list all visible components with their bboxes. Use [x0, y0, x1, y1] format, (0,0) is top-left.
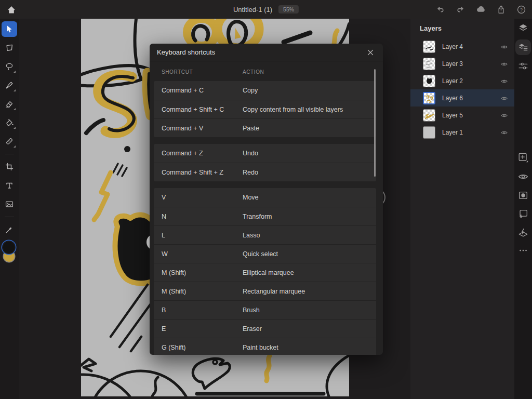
layers-panel: Layers Layer 4Layer 3Layer 2Layer 6Layer…	[410, 19, 514, 399]
layer-thumbnail[interactable]	[423, 41, 435, 53]
tool-eyedropper-button[interactable]	[2, 222, 17, 237]
cloud-sync-button[interactable]	[475, 4, 486, 15]
shortcut-row: Command + CCopy	[154, 81, 376, 100]
topbar: Untitled-1 (1) 55% ?	[0, 0, 532, 19]
help-icon: ?	[516, 5, 526, 15]
rail-adjustments-button[interactable]	[517, 60, 529, 72]
layer-row[interactable]: Layer 2	[410, 72, 514, 89]
shortcut-key: Command + Shift + Z	[162, 169, 243, 176]
shortcut-key: B	[162, 307, 243, 314]
tool-fill-button[interactable]	[2, 115, 17, 130]
rail-more-options-button[interactable]	[517, 244, 529, 257]
shortcut-group: VMoveNTransformLLassoWQuick selectM (Shi…	[154, 188, 376, 355]
layer-name: Layer 4	[442, 43, 463, 50]
layer-thumbnail[interactable]	[423, 58, 435, 70]
shortcuts-modal: Keyboard shortcuts SHORTCUT ACTION Comma…	[150, 44, 383, 355]
layer-thumbnail[interactable]	[423, 92, 435, 104]
transform-tool-icon	[5, 43, 14, 52]
shortcut-action: Undo	[243, 150, 258, 157]
layer-name: Layer 1	[442, 129, 463, 136]
close-button[interactable]	[365, 47, 376, 58]
shortcut-row: EEraser	[154, 319, 376, 338]
tool-transform-button[interactable]	[2, 40, 17, 56]
rail-properties-button[interactable]	[517, 41, 529, 54]
tool-crop-button[interactable]	[2, 159, 17, 175]
layer-visibility-toggle[interactable]	[500, 94, 508, 102]
shortcut-key: G (Shift)	[162, 344, 243, 351]
tool-healing-button[interactable]	[2, 134, 17, 149]
fill-tool-icon	[5, 118, 14, 127]
column-header-shortcut: SHORTCUT	[162, 69, 243, 75]
layer-mask-icon	[517, 190, 529, 201]
tool-brush-button[interactable]	[2, 77, 17, 93]
eye-icon	[500, 112, 508, 119]
shortcut-key: L	[162, 232, 243, 239]
layers-icon	[517, 22, 529, 34]
layer-thumbnail[interactable]	[423, 75, 435, 87]
shortcut-action: Redo	[243, 169, 258, 176]
layer-visibility-toggle[interactable]	[500, 43, 508, 51]
layer-row[interactable]: Layer 4	[410, 38, 514, 55]
undo-button[interactable]	[434, 4, 446, 15]
shortcut-row: G (Shift)Paint bucket	[154, 338, 376, 355]
rail-add-layer-button[interactable]	[517, 151, 529, 164]
eye-icon	[500, 95, 508, 102]
rail-layer-fx-button[interactable]	[517, 227, 529, 239]
app-window: Untitled-1 (1) 55% ?	[0, 0, 532, 399]
shortcut-row: LLasso	[154, 225, 376, 244]
shortcut-row: NTransform	[154, 207, 376, 225]
shortcut-list[interactable]: Command + CCopyCommand + Shift + CCopy c…	[154, 81, 376, 355]
tool-place-image-button[interactable]	[2, 196, 17, 212]
shortcut-action: Move	[243, 194, 259, 201]
redo-icon	[456, 5, 466, 15]
tool-lasso-button[interactable]	[2, 59, 17, 74]
shortcut-key: Command + V	[162, 125, 243, 132]
shortcut-action: Eraser	[243, 325, 262, 332]
shortcut-group: Command + ZUndoCommand + Shift + ZRedo	[154, 144, 376, 181]
layer-properties-icon	[517, 42, 529, 53]
tool-move-button[interactable]	[2, 21, 17, 37]
layer-row[interactable]: Layer 5	[410, 107, 514, 124]
foreground-color-swatch[interactable]	[3, 242, 15, 253]
clipping-mask-icon	[517, 208, 529, 220]
share-icon	[496, 5, 506, 15]
modal-scrollbar-thumb[interactable]	[374, 69, 376, 177]
modal-header: Keyboard shortcuts	[150, 44, 383, 61]
layer-thumbnail[interactable]	[423, 126, 435, 139]
right-rail	[514, 19, 532, 399]
shortcut-key: M (Shift)	[162, 269, 243, 276]
help-button[interactable]: ?	[515, 4, 527, 15]
rail-clipping-mask-button[interactable]	[517, 208, 529, 220]
layer-thumbnail[interactable]	[423, 109, 435, 122]
layer-row[interactable]: Layer 6	[410, 89, 514, 107]
share-button[interactable]	[495, 4, 507, 15]
toolbar-divider	[5, 217, 14, 217]
layer-name: Layer 2	[442, 77, 463, 85]
lasso-tool-icon	[5, 62, 14, 71]
layer-row[interactable]: Layer 1	[410, 124, 514, 141]
tool-eraser-button[interactable]	[2, 96, 17, 112]
home-button[interactable]	[5, 4, 18, 16]
zoom-badge[interactable]: 55%	[278, 5, 299, 14]
layers-panel-title: Layers	[410, 19, 514, 38]
rail-layer-mask-button[interactable]	[517, 189, 529, 202]
layer-visibility-toggle[interactable]	[500, 77, 508, 85]
home-icon	[7, 5, 16, 15]
shortcut-key: M (Shift)	[162, 288, 243, 295]
left-toolbar	[0, 19, 19, 399]
layer-visibility-toggle[interactable]	[500, 111, 508, 119]
add-layer-icon	[517, 152, 529, 163]
layer-visibility-toggle[interactable]	[500, 60, 508, 68]
rail-visibility-button[interactable]	[517, 170, 529, 183]
redo-button[interactable]	[455, 4, 466, 15]
layer-row[interactable]: Layer 3	[410, 55, 514, 72]
rail-layers-button[interactable]	[517, 22, 529, 34]
eye-icon	[500, 60, 508, 68]
layer-visibility-toggle[interactable]	[500, 128, 508, 137]
shortcut-action: Brush	[243, 307, 260, 314]
shortcut-action: Copy	[243, 87, 258, 94]
shortcut-row: M (Shift)Elliptical marquee	[154, 263, 376, 282]
shortcut-row: VMove	[154, 188, 376, 207]
type-tool-icon	[5, 181, 14, 190]
tool-type-button[interactable]	[2, 178, 17, 193]
